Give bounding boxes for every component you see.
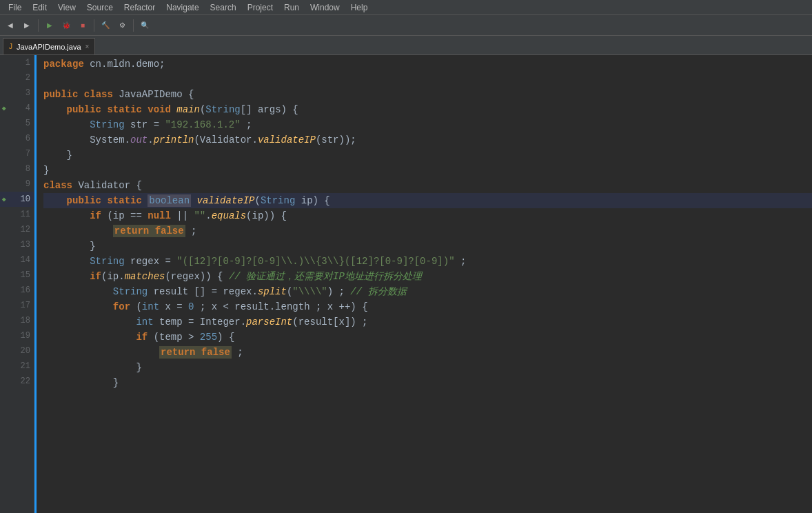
line-num-3: 3 [8, 86, 34, 101]
line-num-9: 9 [8, 177, 34, 192]
gutter-line-19: 19 [0, 328, 34, 343]
code-line-22: } [43, 375, 812, 390]
toolbar-build-btn[interactable]: 🔨 [98, 18, 113, 33]
menu-view[interactable]: View [52, 0, 81, 15]
menu-refactor[interactable]: Refactor [119, 0, 161, 15]
code-line-14: String regex = "([12]?[0-9]?[0-9]\\.)\\{… [43, 254, 812, 269]
line-num-7: 7 [8, 146, 34, 161]
tab-bar: J JavaAPIDemo.java × [0, 36, 812, 55]
menu-search[interactable]: Search [205, 0, 242, 15]
code-line-2 [43, 72, 812, 87]
tab-filename: JavaAPIDemo.java [17, 43, 81, 51]
code-line-21: } [43, 360, 812, 375]
code-line-8: } [43, 163, 812, 178]
toolbar: ◀ ▶ ▶ 🐞 ■ 🔨 ⚙ 🔍 [0, 15, 812, 36]
keyword-package: package [43, 59, 84, 70]
code-line-5: String str = "192.168.1.2" ; [43, 117, 812, 132]
code-line-13: } [43, 239, 812, 254]
toolbar-stop-btn[interactable]: ■ [75, 18, 90, 33]
run-arrow-10: ◆ [2, 195, 6, 203]
line-num-6: 6 [8, 131, 34, 146]
gutter-line-12: 12 [0, 222, 34, 237]
code-line-17: for ( int x = 0 ; x < result.length ; x … [43, 299, 812, 314]
menu-help[interactable]: Help [345, 0, 374, 15]
toolbar-back-btn[interactable]: ◀ [3, 18, 18, 33]
line-num-4: 4 [8, 101, 34, 116]
code-line-4: public static void main ( String [] args… [43, 102, 812, 117]
gutter-line-15: 15 [0, 268, 34, 283]
code-line-1: package cn.mldn.demo ; [43, 57, 812, 72]
editor-area: 1 2 3 ◆ 4 5 6 7 [0, 55, 812, 513]
code-line-9: class Validator { [43, 178, 812, 193]
line-num-13: 13 [8, 237, 34, 252]
gutter-line-3: 3 [0, 86, 34, 101]
gutter-line-10: ◆ 10 [0, 192, 34, 207]
line-num-10: 10 [8, 192, 34, 207]
menu-project[interactable]: Project [242, 0, 278, 15]
line-num-22: 22 [8, 374, 34, 389]
gutter-line-11: 11 [0, 207, 34, 222]
line-num-1: 1 [8, 55, 34, 70]
menu-edit[interactable]: Edit [27, 0, 52, 15]
gutter-line-4: ◆ 4 [0, 101, 34, 116]
gutter-line-16: 16 [0, 283, 34, 298]
line-num-12: 12 [8, 222, 34, 237]
code-content[interactable]: package cn.mldn.demo ; public class Java… [37, 55, 812, 513]
gutter-line-6: 6 [0, 131, 34, 146]
code-line-12: return false ; [43, 223, 812, 239]
toolbar-debug-btn[interactable]: 🐞 [59, 18, 74, 33]
line-num-8: 8 [8, 161, 34, 177]
menu-source[interactable]: Source [81, 0, 119, 15]
menu-bar: File Edit View Source Refactor Navigate … [0, 0, 812, 15]
line-num-19: 19 [8, 328, 34, 343]
tab-java-icon: J [9, 43, 12, 50]
toolbar-settings-btn[interactable]: ⚙ [114, 18, 130, 33]
gutter-line-17: 17 [0, 298, 34, 313]
gutter-line-1: 1 [0, 55, 34, 70]
code-line-15: if (ip. matches (regex)) { // 验证通过，还需要对I… [43, 269, 812, 284]
tab-javaapidemo[interactable]: J JavaAPIDemo.java × [3, 38, 95, 54]
code-line-7: } [43, 148, 812, 163]
line-num-14: 14 [8, 252, 34, 268]
menu-window[interactable]: Window [305, 0, 345, 15]
tab-close-btn[interactable]: × [85, 43, 90, 50]
line-num-18: 18 [8, 313, 34, 328]
toolbar-run-btn[interactable]: ▶ [42, 18, 57, 33]
line-num-5: 5 [8, 116, 34, 131]
gutter-line-18: 18 [0, 313, 34, 328]
gutter-line-14: 14 [0, 252, 34, 268]
line-num-2: 2 [8, 70, 34, 86]
code-line-3: public class JavaAPIDemo { [43, 87, 812, 102]
toolbar-sep-2 [94, 19, 94, 32]
line-num-17: 17 [8, 298, 34, 313]
code-line-10: public static boolean validateIP ( Strin… [43, 193, 812, 208]
toolbar-forward-btn[interactable]: ▶ [19, 18, 34, 33]
line-num-16: 16 [8, 283, 34, 298]
line-num-15: 15 [8, 268, 34, 283]
code-line-18: int temp = Integer. parseInt (result[x])… [43, 314, 812, 330]
code-line-16: String result [] = regex. split ( "\\\\"… [43, 284, 812, 299]
gutter-line-22: 22 [0, 374, 34, 389]
line-num-11: 11 [8, 207, 34, 222]
gutter-line-20: 20 [0, 343, 34, 359]
menu-navigate[interactable]: Navigate [161, 0, 204, 15]
menu-file[interactable]: File [3, 0, 27, 15]
code-line-11: if (ip == null || "" . equals (ip)) { [43, 208, 812, 223]
run-arrow-4: ◆ [2, 104, 6, 112]
line-num-20: 20 [8, 343, 34, 359]
code-line-20: return false ; [43, 345, 812, 360]
gutter-line-21: 21 [0, 359, 34, 374]
code-line-19: if (temp > 255 ) { [43, 330, 812, 345]
menu-run[interactable]: Run [278, 0, 305, 15]
gutter-line-9: 9 [0, 177, 34, 192]
gutter-line-2: 2 [0, 70, 34, 86]
gutter-line-5: 5 [0, 116, 34, 131]
toolbar-sep-3 [133, 19, 134, 32]
code-line-6: System. out . println (Validator. valida… [43, 132, 812, 148]
gutter-line-8: 8 [0, 161, 34, 177]
gutter-line-13: 13 [0, 237, 34, 252]
toolbar-search-btn[interactable]: 🔍 [137, 18, 152, 33]
toolbar-sep-1 [38, 19, 39, 32]
gutter-line-7: 7 [0, 146, 34, 161]
line-num-21: 21 [8, 359, 34, 374]
